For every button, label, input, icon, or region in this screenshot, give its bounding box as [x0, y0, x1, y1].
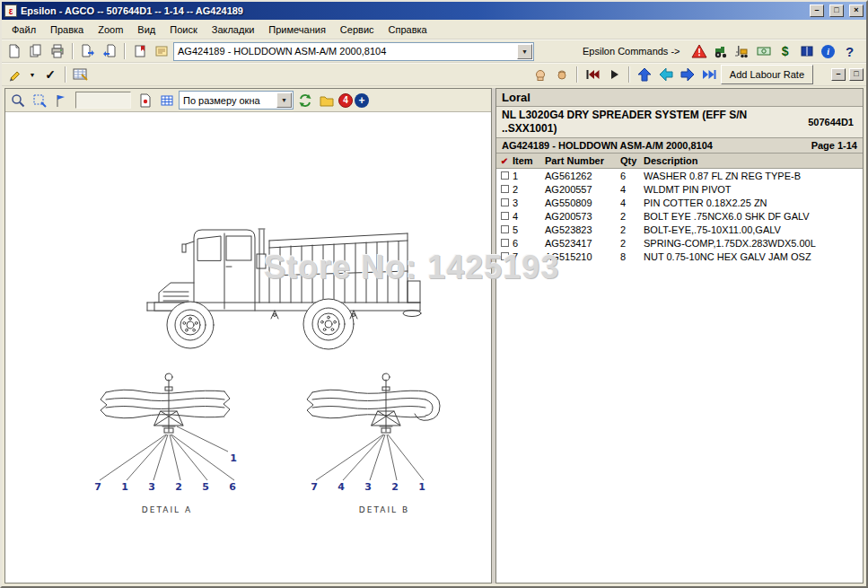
table-row[interactable]: 3 AG550809 4 PIN COTTER 0.18X2.25 ZN: [496, 196, 863, 209]
column-qty[interactable]: Qty: [620, 155, 644, 166]
menu-file[interactable]: Файл: [4, 22, 43, 38]
cell-qty: 2: [620, 224, 644, 235]
forklift-button[interactable]: [732, 41, 752, 61]
zoom-fit-value: По размеру окна: [180, 95, 276, 106]
row-checkbox[interactable]: [501, 198, 509, 206]
menu-view[interactable]: Вид: [130, 22, 162, 38]
document-minimize-button[interactable]: –: [831, 68, 846, 81]
table-row[interactable]: 2 AG200557 4 WLDMT PIN PIVOT: [496, 182, 863, 196]
bookmark-button[interactable]: [130, 41, 150, 61]
table-row[interactable]: 1 AG561262 6 WASHER 0.87 FL ZN REG TYPE-…: [496, 169, 863, 182]
row-checkbox[interactable]: [501, 252, 509, 260]
zoom-fit-combobox[interactable]: По размеру окна ▼: [179, 91, 294, 110]
zoom-region-button[interactable]: [30, 91, 49, 110]
grab-icon: [554, 66, 570, 83]
table-row[interactable]: 6 AG523417 2 SPRING-COMP,1.75DX.283WDX5.…: [496, 236, 863, 250]
copy-pages-button[interactable]: [26, 41, 46, 61]
maximize-button[interactable]: □: [829, 4, 844, 17]
menu-edit[interactable]: Правка: [43, 22, 91, 38]
pencil-icon: [6, 66, 22, 83]
callout-number: 3: [364, 481, 372, 493]
menu-service[interactable]: Сервис: [333, 22, 381, 38]
cell-qty: 4: [620, 197, 644, 208]
cell-part-number: AG523823: [543, 224, 620, 235]
row-checkbox[interactable]: [501, 185, 509, 193]
column-description[interactable]: Description: [644, 155, 863, 166]
menu-bookmarks[interactable]: Закладки: [205, 22, 262, 38]
table-row[interactable]: 7 AG515210 8 NUT 0.75-10NC HEX GALV JAM …: [496, 250, 863, 263]
import-button[interactable]: [100, 41, 119, 61]
menu-zoom[interactable]: Zoom: [91, 22, 130, 38]
callout-number: 7: [94, 481, 101, 493]
column-item[interactable]: Item: [513, 155, 543, 166]
notes-count-badge[interactable]: 4: [338, 93, 353, 108]
price-button[interactable]: $: [776, 41, 795, 61]
flag-button[interactable]: [51, 91, 71, 110]
row-checkbox[interactable]: [501, 225, 509, 233]
add-labour-rate-button[interactable]: Add Labour Rate: [721, 65, 813, 84]
cell-item: 2: [513, 184, 543, 195]
magnifier-icon: [10, 92, 26, 109]
new-document-button[interactable]: [4, 41, 24, 61]
app-window: ε Epsilon - AGCO -- 507644D1 -- 1-14 -- …: [0, 0, 868, 588]
refresh-button[interactable]: [295, 91, 315, 110]
cell-qty: 2: [620, 211, 644, 222]
note-button[interactable]: [152, 41, 171, 61]
forward-button[interactable]: [678, 65, 697, 84]
tractor-button[interactable]: [711, 41, 731, 61]
menu-search[interactable]: Поиск: [162, 22, 204, 38]
first-page-button[interactable]: [583, 65, 602, 84]
validate-button[interactable]: ✓: [40, 65, 60, 84]
print-button[interactable]: [48, 41, 67, 61]
chevron-down-icon[interactable]: ▼: [276, 92, 292, 108]
brand-header: Loral: [496, 89, 863, 107]
document-restore-button[interactable]: □: [849, 68, 864, 81]
pan-hand-button[interactable]: [530, 65, 550, 84]
up-level-button[interactable]: [635, 65, 654, 84]
edit-options-button[interactable]: ▼: [26, 65, 39, 84]
app-icon: ε: [4, 4, 17, 17]
illustration-canvas[interactable]: 7 1 3 2 5 6 1 DETAIL A: [5, 112, 491, 583]
table-row[interactable]: 5 AG523823 2 BOLT-EYE,.75-10X11.00,GALV: [496, 223, 863, 236]
row-checkbox[interactable]: [501, 212, 509, 220]
caret-down-icon: ▼: [30, 72, 36, 78]
parts-book-button[interactable]: [797, 41, 817, 61]
page-import-icon: [101, 43, 118, 59]
open-folder-button[interactable]: [317, 91, 337, 110]
last-page-button[interactable]: [699, 65, 719, 84]
thumbnail-grid-button[interactable]: [157, 91, 177, 110]
play-button[interactable]: [604, 65, 624, 84]
row-checkbox[interactable]: [501, 171, 509, 180]
menu-notes[interactable]: Примечания: [261, 22, 333, 38]
edit-button[interactable]: [4, 65, 24, 84]
page-number-input[interactable]: [75, 92, 131, 109]
cell-item: 5: [513, 224, 543, 235]
table-row[interactable]: 4 AG200573 2 BOLT EYE .75NCX6.0 SHK DF G…: [496, 209, 863, 223]
money-button[interactable]: [754, 41, 774, 61]
cell-part-number: AG200557: [543, 184, 620, 195]
cell-qty: 8: [620, 251, 644, 262]
minimize-button[interactable]: –: [810, 4, 824, 17]
zoom-button[interactable]: [8, 91, 28, 110]
add-note-button[interactable]: +: [355, 93, 369, 108]
export-button[interactable]: [78, 41, 98, 61]
cell-item: 7: [513, 251, 543, 262]
warning-button[interactable]: [689, 41, 709, 61]
system-title: NL L3020G4 DRY SPREADER SYSTEM (EFF S/N …: [502, 109, 771, 136]
info-button[interactable]: i: [819, 41, 838, 61]
hotspot-button[interactable]: [136, 91, 155, 110]
grab-hand-button[interactable]: [552, 65, 572, 84]
back-button[interactable]: [656, 65, 676, 84]
chevron-down-icon[interactable]: ▼: [517, 44, 532, 59]
close-button[interactable]: ×: [849, 4, 864, 17]
titlebar: ε Epsilon - AGCO -- 507644D1 -- 1-14 -- …: [2, 2, 866, 20]
menu-help[interactable]: Справка: [381, 22, 434, 38]
help-button[interactable]: ?: [840, 41, 860, 61]
worksheet-button[interactable]: [71, 65, 91, 84]
column-part-number[interactable]: Part Number: [543, 155, 620, 166]
printer-icon: [49, 43, 66, 59]
toolbar-main: AG424189 - HOLDDOWN ASM-A/M 2000,8104 ▼ …: [2, 39, 866, 63]
cell-description: SPRING-COMP,1.75DX.283WDX5.00L: [644, 238, 863, 249]
assembly-combobox[interactable]: AG424189 - HOLDDOWN ASM-A/M 2000,8104 ▼: [173, 42, 534, 61]
row-checkbox[interactable]: [501, 239, 509, 247]
